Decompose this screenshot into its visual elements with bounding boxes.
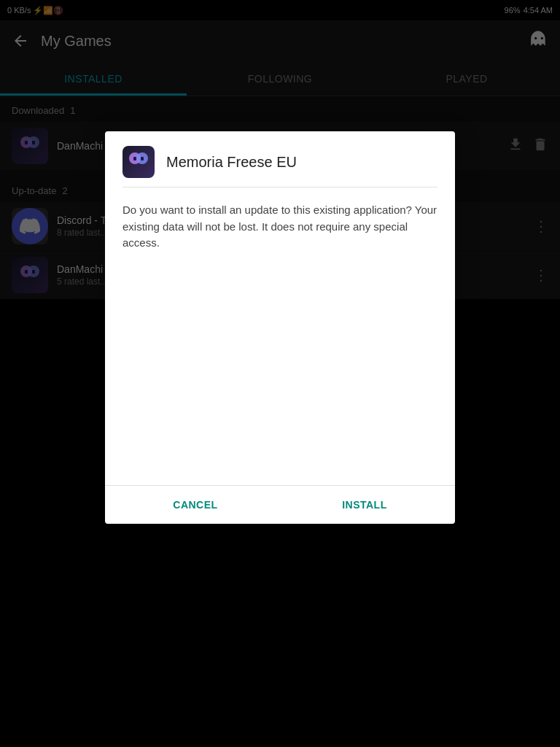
dialog-app-icon [122, 146, 155, 178]
dialog-actions: CANCEL INSTALL [105, 486, 455, 524]
svg-rect-10 [133, 157, 136, 160]
install-dialog: Memoria Freese EU Do you want to install… [105, 131, 455, 524]
dialog-header: Memoria Freese EU [105, 131, 455, 187]
dialog-body: Do you want to install an update to this… [105, 187, 455, 266]
dialog-message: Do you want to install an update to this… [122, 202, 438, 252]
dialog-title: Memoria Freese EU [166, 154, 297, 171]
install-button[interactable]: INSTALL [324, 492, 405, 518]
svg-rect-11 [141, 157, 144, 160]
dialog-spacer [105, 266, 455, 485]
cancel-button[interactable]: CANCEL [155, 492, 235, 518]
dialog-overlay: Memoria Freese EU Do you want to install… [0, 0, 560, 747]
